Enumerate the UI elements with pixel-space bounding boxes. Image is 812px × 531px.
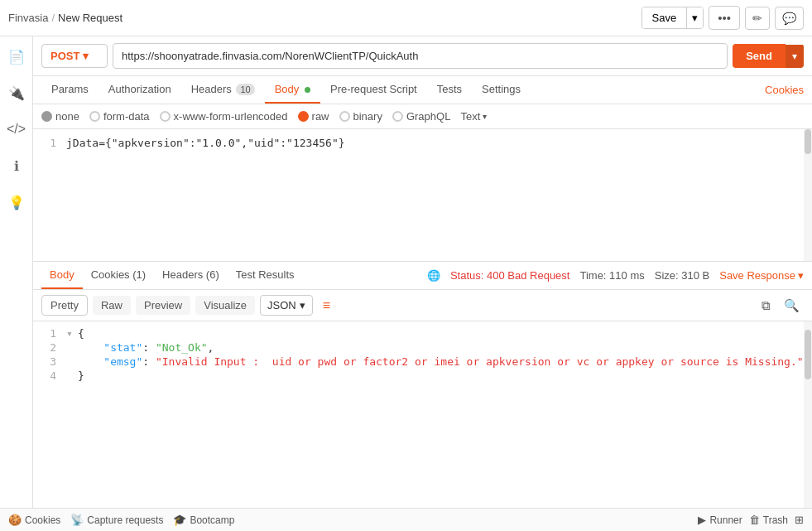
tab-pre-request[interactable]: Pre-request Script (320, 76, 427, 104)
breadcrumb: Finvasia / New Request (8, 12, 635, 24)
resp-line-2: 2 "stat": "Not_Ok", (33, 340, 812, 355)
main-layout: 📄 🔌 </> ℹ 💡 POST ▾ Send ▾ Params Authori (0, 36, 812, 508)
editor-scrollbar-thumb[interactable] (805, 129, 811, 154)
bootcamp-icon: 🎓 (173, 514, 186, 526)
filter-icon-button[interactable]: ≡ (318, 297, 335, 315)
sidebar-icon-info[interactable]: ℹ (3, 152, 30, 179)
format-tab-visualize[interactable]: Visualize (195, 296, 255, 315)
radio-binary-circle (339, 111, 350, 122)
bottom-grid[interactable]: ⊞ (795, 514, 804, 526)
resp-collapse-1[interactable]: ▾ (66, 327, 78, 340)
body-active-dot (305, 87, 310, 93)
response-tab-body[interactable]: Body (41, 262, 83, 289)
breadcrumb-app: Finvasia (8, 12, 48, 24)
edit-icon-button[interactable]: ✏ (745, 7, 770, 30)
response-scrollbar-thumb[interactable] (805, 330, 811, 379)
save-button[interactable]: Save (642, 7, 687, 28)
radio-urlencoded[interactable]: x-www-form-urlencoded (160, 110, 288, 123)
bottom-bootcamp[interactable]: 🎓 Bootcamp (173, 514, 234, 526)
editor-scrollbar-track (804, 129, 812, 261)
tab-settings[interactable]: Settings (472, 76, 531, 104)
radio-none-circle (41, 111, 52, 122)
line-content-1: jData={"apkversion":"1.0.0","uid":"12345… (66, 137, 812, 149)
save-dropdown-button[interactable]: ▾ (686, 7, 703, 28)
response-tab-headers[interactable]: Headers (6) (154, 262, 228, 289)
text-format-select[interactable]: Text ▾ (460, 110, 487, 123)
response-tabs-bar: Body Cookies (1) Headers (6) Test Result… (33, 262, 812, 290)
tab-headers[interactable]: Headers 10 (181, 76, 265, 104)
line-number-1: 1 (33, 137, 66, 149)
bottom-trash[interactable]: 🗑 Trash (749, 514, 788, 526)
bottom-right-actions: ▶ Runner 🗑 Trash ⊞ (698, 514, 804, 526)
resp-content-1: { (78, 327, 812, 340)
bottom-cookies[interactable]: 🍪 Cookies (8, 514, 60, 526)
headers-badge: 10 (236, 84, 254, 95)
cookies-icon: 🍪 (8, 514, 22, 526)
more-options-button[interactable]: ••• (709, 6, 740, 30)
resp-line-num-1: 1 (33, 327, 66, 340)
sidebar-icon-lightbulb[interactable]: 💡 (3, 189, 30, 215)
code-editor[interactable]: 1 jData={"apkversion":"1.0.0","uid":"123… (33, 129, 812, 262)
send-button[interactable]: Send (733, 44, 786, 68)
response-tab-cookies[interactable]: Cookies (1) (83, 262, 154, 289)
sidebar-icon-api[interactable]: 🔌 (3, 80, 30, 106)
url-bar: POST ▾ Send ▾ (33, 36, 812, 76)
radio-none[interactable]: none (41, 110, 79, 123)
grid-icon: ⊞ (795, 514, 804, 526)
bottom-runner[interactable]: ▶ Runner (698, 514, 742, 526)
url-input[interactable] (113, 43, 728, 69)
save-response-button[interactable]: Save Response ▾ (719, 269, 804, 282)
code-line-1: 1 jData={"apkversion":"1.0.0","uid":"123… (33, 136, 812, 150)
sidebar: 📄 🔌 </> ℹ 💡 (0, 36, 33, 508)
globe-icon: 🌐 (427, 269, 440, 282)
trash-icon: 🗑 (749, 514, 760, 526)
send-dropdown-button[interactable]: ▾ (786, 45, 804, 68)
sidebar-icon-doc[interactable]: 📄 (3, 43, 30, 70)
tab-tests[interactable]: Tests (427, 76, 472, 104)
top-actions: Save ▾ ••• ✏ 💬 (641, 6, 804, 30)
resp-line-1: 1 ▾ { (33, 326, 812, 340)
format-tab-pretty[interactable]: Pretty (41, 295, 88, 316)
content-area: POST ▾ Send ▾ Params Authorization Heade… (33, 36, 812, 508)
resp-line-num-3: 3 (33, 355, 66, 368)
json-select-chevron-icon: ▾ (300, 299, 305, 311)
resp-line-4: 4 } (33, 369, 812, 383)
bottom-bar: 🍪 Cookies 📡 Capture requests 🎓 Bootcamp … (0, 508, 812, 531)
method-label: POST (50, 50, 79, 62)
tab-authorization[interactable]: Authorization (98, 76, 181, 104)
body-type-bar: none form-data x-www-form-urlencoded raw… (33, 104, 812, 129)
cookies-link[interactable]: Cookies (765, 84, 804, 96)
response-scrollbar-track (804, 321, 812, 508)
response-body: 1 ▾ { 2 "stat": "Not_Ok", 3 "emsg": "Inv… (33, 321, 812, 508)
save-button-group: Save ▾ (641, 7, 704, 29)
edit-icon: ✏ (752, 12, 762, 25)
resp-line-num-4: 4 (33, 369, 66, 382)
bottom-capture[interactable]: 📡 Capture requests (70, 514, 163, 526)
response-tab-test-results[interactable]: Test Results (228, 262, 303, 289)
breadcrumb-title: New Request (58, 12, 123, 24)
resp-line-3: 3 "emsg": "Invalid Input : uid or pwd or… (33, 355, 812, 369)
tab-body[interactable]: Body (265, 76, 320, 104)
radio-raw-circle (298, 111, 309, 122)
sidebar-icon-code[interactable]: </> (3, 116, 30, 142)
breadcrumb-sep: / (51, 12, 55, 24)
response-size: Size: 310 B (655, 269, 710, 282)
resp-content-3: "emsg": "Invalid Input : uid or pwd or f… (78, 355, 812, 368)
radio-binary[interactable]: binary (339, 110, 382, 123)
radio-raw[interactable]: raw (298, 110, 329, 123)
radio-form-data[interactable]: form-data (89, 110, 150, 123)
method-chevron-icon: ▾ (83, 50, 89, 62)
format-tab-preview[interactable]: Preview (136, 296, 190, 315)
method-select[interactable]: POST ▾ (41, 44, 108, 68)
status-badge: Status: 400 Bad Request (450, 269, 570, 282)
json-format-select[interactable]: JSON ▾ (260, 295, 313, 316)
comment-icon-button[interactable]: 💬 (775, 7, 804, 30)
format-tab-raw[interactable]: Raw (93, 296, 131, 315)
tab-params[interactable]: Params (41, 76, 98, 104)
radio-form-data-circle (89, 111, 100, 122)
search-button[interactable]: 🔍 (780, 297, 804, 315)
radio-graphql-circle (392, 111, 403, 122)
copy-button[interactable]: ⧉ (757, 297, 775, 315)
runner-icon: ▶ (698, 514, 706, 526)
radio-graphql[interactable]: GraphQL (392, 110, 450, 123)
